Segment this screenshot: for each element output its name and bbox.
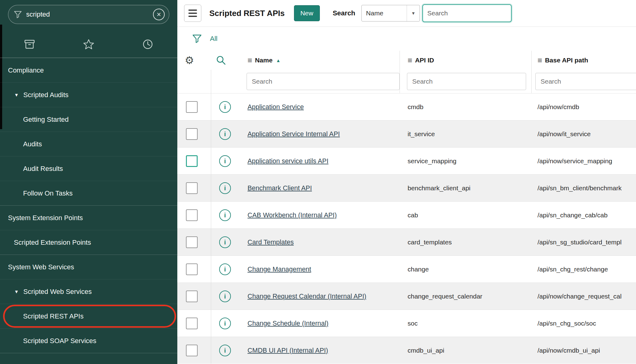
sidebar-item-audit-results[interactable]: Audit Results [0,156,177,181]
breadcrumb-all-link[interactable]: All [210,35,217,43]
info-icon[interactable]: i [219,345,231,356]
info-icon[interactable]: i [219,155,231,167]
info-icon[interactable]: i [219,318,231,329]
sidebar-item-system-web-services: System Web Services [0,255,177,279]
collapse-arrow-icon[interactable]: ▼ [14,289,19,294]
table-header-row: ⚙ ≡ Name ▲ ≡ API ID ≡ Base API path [177,51,636,70]
info-icon[interactable]: i [219,182,231,194]
page-title: Scripted REST APIs [209,9,285,18]
sidebar-item-getting-started[interactable]: Getting Started [0,107,177,132]
base-api-path-cell: /api/now/it_service [537,130,591,138]
api-id-cell: service_mapping [408,157,457,165]
favorites-tab[interactable] [59,31,118,57]
column-search-row [177,70,636,93]
row-checkbox[interactable] [186,291,198,302]
sidebar-item-label: System Web Services [8,263,74,271]
sidebar-item-follow-on-tasks[interactable]: Follow On Tasks [0,181,177,205]
table-row: iChange Schedule (Internal)soc/api/sn_ch… [177,310,636,337]
sidebar-item-compliance: Compliance [0,58,177,82]
base-api-path-cell: /api/sn_change_cab/cab [537,212,608,219]
clear-filter-icon[interactable]: × [153,9,165,20]
api-id-cell: soc [408,320,418,327]
sidebar-item-label: Scripted SOAP Services [23,337,96,345]
table-row: iChange Request Calendar (Internal API)c… [177,283,636,310]
base-api-path-cell: /api/now/service_mapping [537,157,612,165]
column-menu-icon[interactable]: ≡ [248,56,252,64]
info-icon[interactable]: i [219,291,231,302]
record-link[interactable]: CAB Workbench (Internal API) [248,211,337,219]
sidebar-item-scripted-web-services[interactable]: ▼Scripted Web Services [0,279,177,304]
base-api-path-cell: /api/sn_chg_rest/change [537,266,608,273]
base-api-path-cell: /api/sn_chg_soc/soc [537,320,596,327]
sidebar-item-label: Scripted Extension Points [14,239,91,247]
all-applications-tab[interactable] [0,31,59,57]
list-header: Scripted REST APIs New Search Name ▼ [177,0,636,27]
name-column-search-input[interactable] [247,73,400,90]
navigator-tabs [0,31,177,58]
row-checkbox[interactable] [186,182,198,194]
sidebar-item-audits[interactable]: Audits [0,132,177,156]
list-context-menu-button[interactable] [184,5,201,22]
list-pane: Scripted REST APIs New Search Name ▼ All… [177,0,636,364]
info-icon[interactable]: i [219,101,231,113]
api-id-column-search-input[interactable] [407,73,526,90]
list-search-input[interactable] [422,4,512,22]
row-checkbox[interactable] [186,263,198,275]
table-row: iCard Templatescard_templates/api/sn_sg_… [177,228,636,255]
api-id-cell: cmdb_ui_api [408,347,444,354]
info-icon[interactable]: i [219,128,231,140]
sort-ascending-icon: ▲ [276,58,280,63]
table-row: iCAB Workbench (Internal API)cab/api/sn_… [177,201,636,228]
search-field-select[interactable]: Name ▼ [361,5,420,22]
column-divider [211,93,211,120]
api-id-cell: cmdb [408,103,423,111]
base-api-path-column-search-input[interactable] [535,73,636,90]
new-record-button[interactable]: New [294,5,320,21]
row-checkbox[interactable] [186,209,198,221]
column-header-base-api-path[interactable]: ≡ Base API path [537,56,588,64]
row-checkbox[interactable] [186,128,198,140]
table-row: iChange Managementchange/api/sn_chg_rest… [177,255,636,283]
sidebar-item-label: System Extension Points [8,214,83,222]
record-link[interactable]: Card Templates [248,238,294,246]
row-checkbox[interactable] [186,236,198,248]
filter-breadcrumb-icon[interactable] [192,34,202,44]
table-row: iApplication Service Internal APIit_serv… [177,120,636,147]
sidebar-item-scripted-rest-apis[interactable]: Scripted REST APIs [0,304,177,328]
column-header-api-id[interactable]: ≡ API ID [408,56,434,64]
personalize-list-gear-icon[interactable]: ⚙ [185,55,194,65]
history-tab[interactable] [118,31,177,57]
collapse-arrow-icon[interactable]: ▼ [14,92,19,97]
column-header-name[interactable]: ≡ Name ▲ [248,56,280,64]
column-divider [531,70,532,93]
search-toggle-icon[interactable] [216,55,226,65]
row-checkbox[interactable] [186,101,198,113]
record-link[interactable]: CMDB UI API (Internal API) [248,346,328,354]
column-menu-icon[interactable]: ≡ [408,56,412,64]
record-link[interactable]: Application Service [248,103,304,111]
api-id-cell: change_request_calendar [408,293,482,300]
sidebar-item-label: Scripted REST APIs [23,312,83,320]
column-menu-icon[interactable]: ≡ [537,56,542,64]
sidebar-item-scripted-extension-points[interactable]: Scripted Extension Points [0,230,177,255]
record-link[interactable]: Benchmark Client API [248,184,312,192]
navigator-filter-input[interactable] [26,10,153,18]
row-checkbox[interactable] [186,318,198,329]
row-checkbox[interactable] [186,155,198,167]
record-link[interactable]: Application service utils API [248,157,328,165]
record-link[interactable]: Change Management [248,265,311,273]
record-link[interactable]: Application Service Internal API [248,130,340,138]
info-icon[interactable]: i [219,236,231,248]
table-row: iApplication service utils APIservice_ma… [177,147,636,174]
filter-funnel-icon [14,10,22,18]
info-icon[interactable]: i [219,209,231,221]
sidebar-item-scripted-audits[interactable]: ▼Scripted Audits [0,82,177,107]
sidebar-item-scripted-soap-services[interactable]: Scripted SOAP Services [0,328,177,353]
hamburger-icon [188,10,197,11]
base-api-path-cell: /api/now/cmdb [537,103,579,111]
info-icon[interactable]: i [219,263,231,275]
record-link[interactable]: Change Schedule (Internal) [248,319,328,327]
record-link[interactable]: Change Request Calendar (Internal API) [248,292,366,300]
table-row: iCMDB UI API (Internal API)cmdb_ui_api/a… [177,337,636,364]
row-checkbox[interactable] [186,345,198,356]
